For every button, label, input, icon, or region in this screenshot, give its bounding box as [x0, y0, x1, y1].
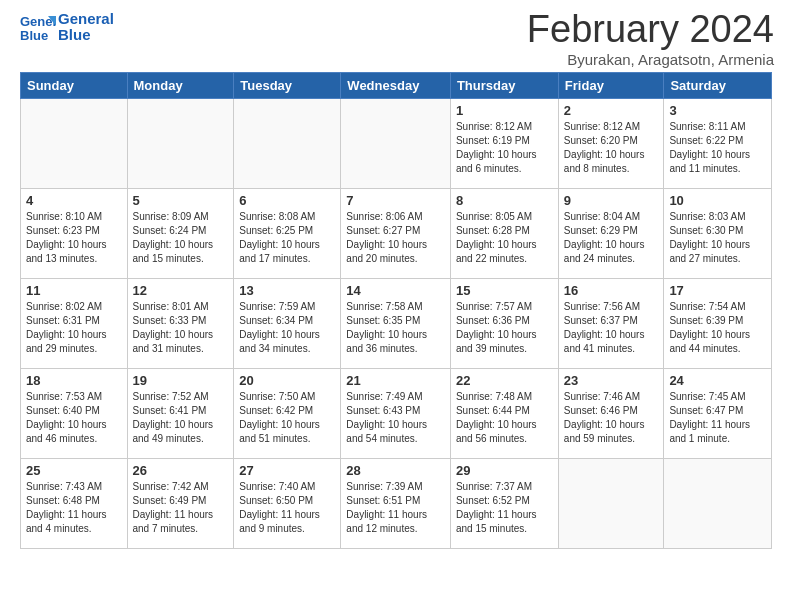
calendar-cell: 25Sunrise: 7:43 AM Sunset: 6:48 PM Dayli… [21, 459, 128, 549]
calendar-cell: 26Sunrise: 7:42 AM Sunset: 6:49 PM Dayli… [127, 459, 234, 549]
day-number: 8 [456, 193, 553, 208]
day-info: Sunrise: 8:10 AM Sunset: 6:23 PM Dayligh… [26, 210, 122, 266]
day-info: Sunrise: 7:56 AM Sunset: 6:37 PM Dayligh… [564, 300, 659, 356]
svg-text:Blue: Blue [20, 28, 48, 43]
week-row-1: 4Sunrise: 8:10 AM Sunset: 6:23 PM Daylig… [21, 189, 772, 279]
calendar-cell [341, 99, 451, 189]
calendar-cell: 20Sunrise: 7:50 AM Sunset: 6:42 PM Dayli… [234, 369, 341, 459]
day-info: Sunrise: 8:03 AM Sunset: 6:30 PM Dayligh… [669, 210, 766, 266]
calendar-cell: 9Sunrise: 8:04 AM Sunset: 6:29 PM Daylig… [558, 189, 664, 279]
calendar-cell [234, 99, 341, 189]
day-info: Sunrise: 7:53 AM Sunset: 6:40 PM Dayligh… [26, 390, 122, 446]
day-number: 20 [239, 373, 335, 388]
day-number: 23 [564, 373, 659, 388]
calendar-cell: 21Sunrise: 7:49 AM Sunset: 6:43 PM Dayli… [341, 369, 451, 459]
calendar-cell: 14Sunrise: 7:58 AM Sunset: 6:35 PM Dayli… [341, 279, 451, 369]
day-info: Sunrise: 7:50 AM Sunset: 6:42 PM Dayligh… [239, 390, 335, 446]
day-number: 25 [26, 463, 122, 478]
day-number: 9 [564, 193, 659, 208]
calendar-cell: 3Sunrise: 8:11 AM Sunset: 6:22 PM Daylig… [664, 99, 772, 189]
title-block: February 2024 Byurakan, Aragatsotn, Arme… [527, 8, 774, 68]
day-info: Sunrise: 8:02 AM Sunset: 6:31 PM Dayligh… [26, 300, 122, 356]
calendar-cell: 10Sunrise: 8:03 AM Sunset: 6:30 PM Dayli… [664, 189, 772, 279]
day-number: 1 [456, 103, 553, 118]
logo-text-line2: Blue [58, 27, 114, 44]
weekday-header-thursday: Thursday [450, 73, 558, 99]
calendar-cell [21, 99, 128, 189]
day-number: 2 [564, 103, 659, 118]
calendar-cell: 19Sunrise: 7:52 AM Sunset: 6:41 PM Dayli… [127, 369, 234, 459]
calendar-cell: 23Sunrise: 7:46 AM Sunset: 6:46 PM Dayli… [558, 369, 664, 459]
day-info: Sunrise: 7:49 AM Sunset: 6:43 PM Dayligh… [346, 390, 445, 446]
calendar-cell: 2Sunrise: 8:12 AM Sunset: 6:20 PM Daylig… [558, 99, 664, 189]
day-number: 18 [26, 373, 122, 388]
day-number: 17 [669, 283, 766, 298]
calendar-cell [127, 99, 234, 189]
day-number: 27 [239, 463, 335, 478]
day-number: 24 [669, 373, 766, 388]
calendar-cell: 13Sunrise: 7:59 AM Sunset: 6:34 PM Dayli… [234, 279, 341, 369]
weekday-header-saturday: Saturday [664, 73, 772, 99]
calendar-cell: 4Sunrise: 8:10 AM Sunset: 6:23 PM Daylig… [21, 189, 128, 279]
day-info: Sunrise: 7:58 AM Sunset: 6:35 PM Dayligh… [346, 300, 445, 356]
subtitle: Byurakan, Aragatsotn, Armenia [527, 51, 774, 68]
calendar-cell: 28Sunrise: 7:39 AM Sunset: 6:51 PM Dayli… [341, 459, 451, 549]
weekday-header-wednesday: Wednesday [341, 73, 451, 99]
logo-icon: General Blue [18, 8, 56, 46]
main-title: February 2024 [527, 8, 774, 51]
calendar-cell: 12Sunrise: 8:01 AM Sunset: 6:33 PM Dayli… [127, 279, 234, 369]
logo-text-line1: General [58, 11, 114, 28]
calendar-cell: 5Sunrise: 8:09 AM Sunset: 6:24 PM Daylig… [127, 189, 234, 279]
calendar-cell: 18Sunrise: 7:53 AM Sunset: 6:40 PM Dayli… [21, 369, 128, 459]
calendar-cell [664, 459, 772, 549]
day-info: Sunrise: 7:57 AM Sunset: 6:36 PM Dayligh… [456, 300, 553, 356]
week-row-4: 25Sunrise: 7:43 AM Sunset: 6:48 PM Dayli… [21, 459, 772, 549]
day-number: 11 [26, 283, 122, 298]
calendar-cell: 11Sunrise: 8:02 AM Sunset: 6:31 PM Dayli… [21, 279, 128, 369]
calendar-cell: 1Sunrise: 8:12 AM Sunset: 6:19 PM Daylig… [450, 99, 558, 189]
day-info: Sunrise: 8:09 AM Sunset: 6:24 PM Dayligh… [133, 210, 229, 266]
day-number: 29 [456, 463, 553, 478]
weekday-header-tuesday: Tuesday [234, 73, 341, 99]
day-number: 26 [133, 463, 229, 478]
calendar-cell [558, 459, 664, 549]
day-info: Sunrise: 7:48 AM Sunset: 6:44 PM Dayligh… [456, 390, 553, 446]
day-number: 28 [346, 463, 445, 478]
day-number: 13 [239, 283, 335, 298]
calendar-cell: 16Sunrise: 7:56 AM Sunset: 6:37 PM Dayli… [558, 279, 664, 369]
day-number: 22 [456, 373, 553, 388]
day-info: Sunrise: 7:42 AM Sunset: 6:49 PM Dayligh… [133, 480, 229, 536]
day-info: Sunrise: 7:54 AM Sunset: 6:39 PM Dayligh… [669, 300, 766, 356]
day-info: Sunrise: 7:45 AM Sunset: 6:47 PM Dayligh… [669, 390, 766, 446]
calendar-wrapper: SundayMondayTuesdayWednesdayThursdayFrid… [0, 72, 792, 549]
week-row-0: 1Sunrise: 8:12 AM Sunset: 6:19 PM Daylig… [21, 99, 772, 189]
calendar-table: SundayMondayTuesdayWednesdayThursdayFrid… [20, 72, 772, 549]
day-number: 3 [669, 103, 766, 118]
calendar-cell: 29Sunrise: 7:37 AM Sunset: 6:52 PM Dayli… [450, 459, 558, 549]
day-info: Sunrise: 8:11 AM Sunset: 6:22 PM Dayligh… [669, 120, 766, 176]
day-info: Sunrise: 7:46 AM Sunset: 6:46 PM Dayligh… [564, 390, 659, 446]
day-number: 19 [133, 373, 229, 388]
day-info: Sunrise: 7:43 AM Sunset: 6:48 PM Dayligh… [26, 480, 122, 536]
weekday-header-friday: Friday [558, 73, 664, 99]
day-number: 5 [133, 193, 229, 208]
day-number: 4 [26, 193, 122, 208]
day-info: Sunrise: 7:39 AM Sunset: 6:51 PM Dayligh… [346, 480, 445, 536]
day-info: Sunrise: 8:08 AM Sunset: 6:25 PM Dayligh… [239, 210, 335, 266]
day-number: 6 [239, 193, 335, 208]
calendar-cell: 27Sunrise: 7:40 AM Sunset: 6:50 PM Dayli… [234, 459, 341, 549]
day-info: Sunrise: 7:52 AM Sunset: 6:41 PM Dayligh… [133, 390, 229, 446]
calendar-cell: 17Sunrise: 7:54 AM Sunset: 6:39 PM Dayli… [664, 279, 772, 369]
calendar-cell: 15Sunrise: 7:57 AM Sunset: 6:36 PM Dayli… [450, 279, 558, 369]
day-info: Sunrise: 8:12 AM Sunset: 6:19 PM Dayligh… [456, 120, 553, 176]
day-info: Sunrise: 8:06 AM Sunset: 6:27 PM Dayligh… [346, 210, 445, 266]
weekday-header-row: SundayMondayTuesdayWednesdayThursdayFrid… [21, 73, 772, 99]
day-info: Sunrise: 7:40 AM Sunset: 6:50 PM Dayligh… [239, 480, 335, 536]
calendar-cell: 24Sunrise: 7:45 AM Sunset: 6:47 PM Dayli… [664, 369, 772, 459]
day-info: Sunrise: 7:59 AM Sunset: 6:34 PM Dayligh… [239, 300, 335, 356]
day-number: 15 [456, 283, 553, 298]
day-number: 16 [564, 283, 659, 298]
calendar-cell: 22Sunrise: 7:48 AM Sunset: 6:44 PM Dayli… [450, 369, 558, 459]
header: General Blue General Blue February 2024 … [0, 0, 792, 72]
day-info: Sunrise: 8:01 AM Sunset: 6:33 PM Dayligh… [133, 300, 229, 356]
